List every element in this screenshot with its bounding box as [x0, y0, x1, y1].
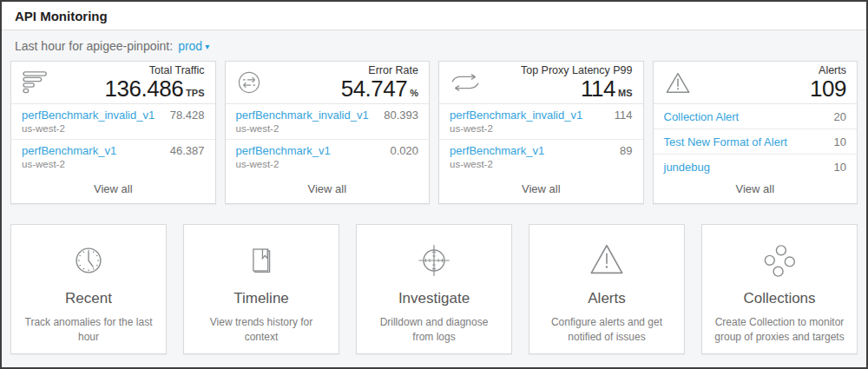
metric-value: 114 [581, 76, 615, 102]
alert-link[interactable]: Test New Format of Alert [664, 135, 787, 148]
proxy-link[interactable]: perfBenchmark_invalid_v1 [22, 109, 155, 122]
nav-card-collections[interactable]: Collections Create Collection to monitor… [701, 224, 858, 354]
proxy-region: us-west-2 [22, 123, 205, 134]
proxy-row: perfBenchmark_v1 89 us-west-2 [439, 140, 643, 175]
view-all-link[interactable]: View all [226, 182, 430, 195]
proxy-row: perfBenchmark_invalid_v1 78.428 us-west-… [11, 104, 215, 140]
metric-value: 54.747 [341, 76, 408, 102]
proxy-link[interactable]: perfBenchmark_v1 [236, 144, 331, 157]
proxy-value: 80.393 [384, 109, 418, 122]
proxy-region: us-west-2 [22, 159, 205, 169]
nav-card-investigate[interactable]: Investigate Drilldown and diagnose from … [356, 224, 512, 354]
view-all-link[interactable]: View all [439, 182, 643, 195]
nav-card-timeline[interactable]: Timeline View trends history for context [183, 224, 339, 354]
metric-title: Top Proxy Latency P99 [521, 64, 633, 77]
alert-row: Collection Alert 20 [654, 104, 858, 129]
circles-cluster-icon [760, 241, 799, 280]
alert-count: 10 [834, 161, 846, 174]
metric-value: 109 [810, 76, 846, 102]
error-rate-items: perfBenchmark_invalid_v1 80.393 us-west-… [226, 104, 430, 175]
nav-card-description: Drilldown and diagnose from logs [357, 315, 511, 346]
page-title: API Monitoring [15, 9, 108, 23]
error-rate-card: Error Rate 54.747% perfBenchmark_invalid… [225, 61, 431, 204]
alerts-card: Alerts 109 Collection Alert 20 Test New … [653, 61, 858, 204]
nav-card-title: Alerts [588, 290, 625, 307]
proxy-value: 78.428 [170, 109, 205, 122]
nav-card-description: Create Collection to monitor group of pr… [702, 315, 857, 346]
nav-card-description: Track anomalies for the last hour [11, 315, 166, 346]
proxy-link[interactable]: perfBenchmark_invalid_v1 [236, 109, 369, 122]
environment-value: prod [178, 39, 202, 53]
metric-unit: MS [618, 88, 633, 98]
nav-card-recent[interactable]: Recent Track anomalies for the last hour [10, 224, 167, 354]
warning-triangle-icon [664, 70, 692, 96]
nav-card-alerts[interactable]: Alerts Configure alerts and get notified… [529, 224, 685, 354]
crosshair-icon [414, 241, 454, 280]
latency-card: Top Proxy Latency P99 114MS perfBenchmar… [438, 61, 644, 204]
page-header: API Monitoring [2, 2, 866, 30]
proxy-region: us-west-2 [450, 159, 633, 169]
nav-card-title: Timeline [233, 290, 289, 307]
traffic-bars-icon [22, 70, 51, 95]
environment-dropdown[interactable]: prod▾ [178, 39, 209, 53]
alert-link[interactable]: jundebug [664, 161, 711, 174]
proxy-link[interactable]: perfBenchmark_v1 [22, 144, 116, 157]
warning-triangle-icon [587, 241, 627, 280]
alerts-head: Alerts 109 [654, 62, 858, 104]
roundtrip-arrows-icon [450, 70, 481, 95]
proxy-row: perfBenchmark_v1 0.020 us-west-2 [226, 140, 430, 175]
exchange-arrows-icon [236, 69, 262, 96]
total-traffic-card: Total Traffic 136.486TPS perfBenchmark_i… [10, 61, 216, 204]
filter-bar: Last hour for apigee-pinpoint:prod▾ [2, 30, 866, 61]
proxy-region: us-west-2 [236, 159, 419, 169]
proxy-value: 0.020 [390, 144, 418, 157]
clock-icon [69, 241, 108, 280]
nav-cards-row: Recent Track anomalies for the last hour… [10, 224, 858, 354]
proxy-value: 89 [620, 144, 632, 157]
proxy-link[interactable]: perfBenchmark_v1 [450, 144, 544, 157]
proxy-region: us-west-2 [450, 123, 633, 134]
nav-card-title: Investigate [398, 290, 470, 307]
proxy-row: perfBenchmark_invalid_v1 114 us-west-2 [439, 104, 643, 140]
nav-card-title: Collections [743, 290, 815, 307]
total-traffic-head: Total Traffic 136.486TPS [11, 62, 215, 104]
proxy-value: 46.387 [170, 144, 205, 157]
proxy-value: 114 [615, 109, 633, 122]
nav-card-description: View trends history for context [184, 315, 339, 346]
book-icon [241, 241, 281, 280]
metric-unit: % [410, 88, 418, 98]
view-all-link[interactable]: View all [654, 182, 858, 195]
nav-card-description: Configure alerts and get notified of iss… [529, 315, 684, 346]
metric-cards-row: Total Traffic 136.486TPS perfBenchmark_i… [10, 61, 858, 204]
nav-card-title: Recent [65, 290, 112, 307]
view-all-link[interactable]: View all [11, 182, 215, 195]
alert-row: Test New Format of Alert 10 [654, 129, 858, 155]
alert-count: 20 [834, 110, 846, 123]
proxy-row: perfBenchmark_v1 46.387 us-west-2 [11, 140, 215, 175]
latency-head: Top Proxy Latency P99 114MS [439, 62, 643, 104]
metric-value: 136.486 [105, 76, 183, 102]
error-rate-head: Error Rate 54.747% [226, 62, 430, 104]
metric-unit: TPS [186, 88, 204, 98]
chevron-down-icon: ▾ [205, 42, 209, 51]
alert-count: 10 [834, 135, 846, 148]
proxy-region: us-west-2 [236, 123, 419, 134]
alerts-items: Collection Alert 20 Test New Format of A… [654, 104, 858, 179]
total-traffic-items: perfBenchmark_invalid_v1 78.428 us-west-… [11, 104, 215, 175]
proxy-row: perfBenchmark_invalid_v1 80.393 us-west-… [226, 104, 430, 140]
alert-row: jundebug 10 [654, 155, 858, 179]
filter-label: Last hour for apigee-pinpoint: [15, 39, 173, 53]
latency-items: perfBenchmark_invalid_v1 114 us-west-2 p… [439, 104, 643, 175]
proxy-link[interactable]: perfBenchmark_invalid_v1 [450, 109, 582, 122]
alert-link[interactable]: Collection Alert [664, 110, 740, 123]
